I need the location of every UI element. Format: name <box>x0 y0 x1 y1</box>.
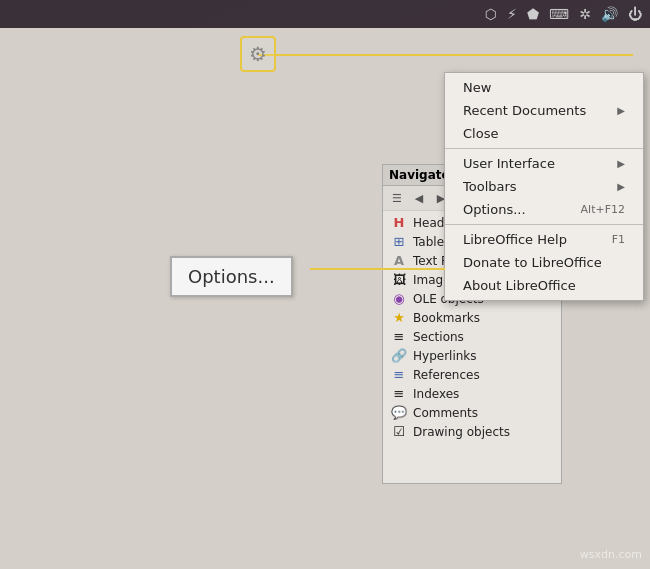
nav-item-sections-label: Sections <box>413 330 464 344</box>
nav-item-sections[interactable]: ≡ Sections <box>383 327 561 346</box>
context-menu: New Recent Documents ▶ Close User Interf… <box>444 72 644 301</box>
textframes-icon: A <box>391 253 407 268</box>
indexes-icon: ≡ <box>391 386 407 401</box>
nav-item-references-label: References <box>413 368 480 382</box>
menu-item-help[interactable]: LibreOffice Help F1 <box>445 228 643 251</box>
menu-item-new[interactable]: New <box>445 76 643 99</box>
nav-item-indexes-label: Indexes <box>413 387 459 401</box>
menu-item-close[interactable]: Close <box>445 122 643 145</box>
keyboard-icon[interactable]: ⌨ <box>549 6 569 22</box>
top-panel: ⬡ ⚡ ⬟ ⌨ ✲ 🔊 ⏻ <box>0 0 650 28</box>
bluetooth-icon[interactable]: ✲ <box>579 6 591 22</box>
menu-item-toolbars[interactable]: Toolbars ▶ <box>445 175 643 198</box>
gear-button[interactable]: ⚙ <box>240 36 276 72</box>
nav-item-hyperlinks-label: Hyperlinks <box>413 349 477 363</box>
references-icon: ≡ <box>391 367 407 382</box>
dropbox-icon[interactable]: ⬡ <box>485 6 497 22</box>
nav-btn-back[interactable]: ◀ <box>409 188 429 208</box>
shield-icon[interactable]: ⬟ <box>527 6 539 22</box>
nav-item-comments-label: Comments <box>413 406 478 420</box>
nav-item-bookmarks-label: Bookmarks <box>413 311 480 325</box>
nav-btn-menu[interactable]: ☰ <box>387 188 407 208</box>
bookmarks-icon: ★ <box>391 310 407 325</box>
nav-item-drawing[interactable]: ☑ Drawing objects <box>383 422 561 441</box>
drawing-icon: ☑ <box>391 424 407 439</box>
options-shortcut: Alt+F12 <box>581 203 625 216</box>
nav-item-drawing-label: Drawing objects <box>413 425 510 439</box>
watermark: wsxdn.com <box>580 548 642 561</box>
options-callout-label: Options... <box>188 266 275 287</box>
menu-item-options[interactable]: Options... Alt+F12 <box>445 198 643 221</box>
nav-item-references[interactable]: ≡ References <box>383 365 561 384</box>
gear-to-menu-line <box>258 54 633 56</box>
headings-icon: H <box>391 215 407 230</box>
menu-item-recent-documents[interactable]: Recent Documents ▶ <box>445 99 643 122</box>
tables-icon: ⊞ <box>391 234 407 249</box>
sections-icon: ≡ <box>391 329 407 344</box>
nav-item-indexes[interactable]: ≡ Indexes <box>383 384 561 403</box>
help-shortcut: F1 <box>612 233 625 246</box>
menu-item-user-interface[interactable]: User Interface ▶ <box>445 152 643 175</box>
submenu-arrow-recent: ▶ <box>617 105 625 116</box>
images-icon: 🖼 <box>391 272 407 287</box>
menu-item-donate[interactable]: Donate to LibreOffice <box>445 251 643 274</box>
submenu-arrow-toolbars: ▶ <box>617 181 625 192</box>
callout-line <box>310 268 445 270</box>
nav-item-comments[interactable]: 💬 Comments <box>383 403 561 422</box>
hyperlinks-icon: 🔗 <box>391 348 407 363</box>
volume-icon[interactable]: 🔊 <box>601 6 618 22</box>
gear-icon: ⚙ <box>249 42 267 66</box>
separator-2 <box>445 224 643 225</box>
network-icon[interactable]: ⚡ <box>507 6 517 22</box>
ole-icon: ◉ <box>391 291 407 306</box>
nav-item-hyperlinks[interactable]: 🔗 Hyperlinks <box>383 346 561 365</box>
lo-window: ⚙ New Recent Documents ▶ Close User Inte… <box>0 28 650 569</box>
submenu-arrow-ui: ▶ <box>617 158 625 169</box>
comments-icon: 💬 <box>391 405 407 420</box>
nav-item-bookmarks[interactable]: ★ Bookmarks <box>383 308 561 327</box>
options-callout: Options... <box>170 256 293 297</box>
power-icon[interactable]: ⏻ <box>628 6 642 22</box>
separator-1 <box>445 148 643 149</box>
menu-item-about[interactable]: About LibreOffice <box>445 274 643 297</box>
